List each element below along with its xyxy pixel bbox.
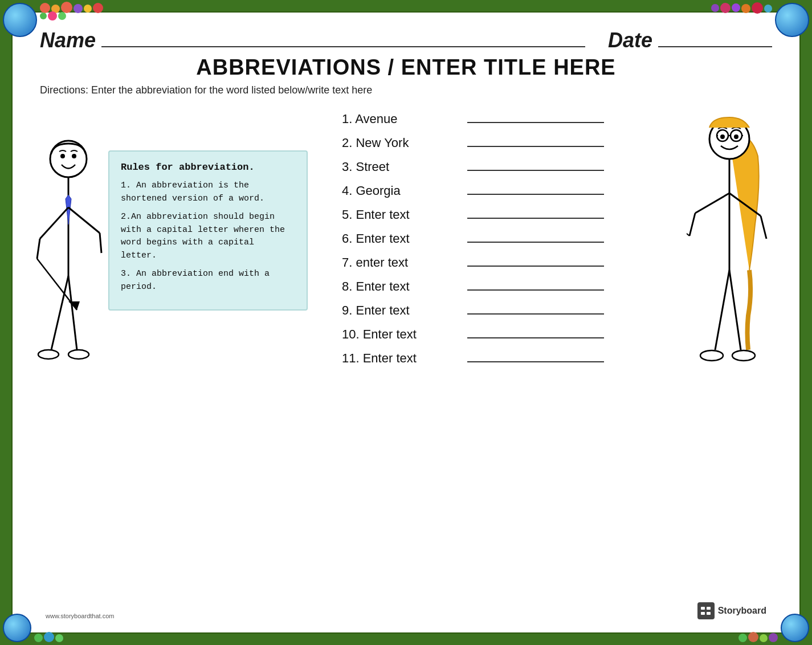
name-label: Name (40, 28, 96, 52)
answer-line (467, 302, 604, 315)
word-item: 1. Avenue (342, 111, 692, 126)
svg-line-8 (68, 207, 100, 233)
rules-title: Rules for abbreviation. (121, 162, 295, 173)
svg-line-27 (689, 213, 695, 236)
word-label: 5. Enter text (342, 207, 456, 222)
word-label: 4. Georgia (342, 183, 456, 198)
rule-2: 2.An abbreviation should begin with a ca… (121, 211, 295, 262)
footer-url: www.storyboardthat.com (46, 613, 114, 619)
svg-point-15 (68, 350, 89, 359)
word-item: 3. Street (342, 158, 692, 174)
word-label: 3. Street (342, 160, 456, 174)
word-item: 4. Georgia (342, 182, 692, 198)
word-label: 7. enter text (342, 255, 456, 270)
storyboard-icon (697, 602, 715, 619)
rule-3: 3. An abbreviation end with a period. (121, 268, 295, 293)
answer-line (467, 206, 604, 219)
word-label: 1. Avenue (342, 112, 456, 126)
rule-1: 1. An abbreviation is the shortened vers… (121, 179, 295, 205)
stick-figure-boy (34, 133, 103, 413)
word-item: 8. Enter text (342, 278, 692, 294)
stick-figure-girl (687, 111, 772, 407)
storyboard-text: Storyboard (718, 606, 766, 616)
svg-rect-38 (701, 612, 705, 615)
answer-line (467, 278, 604, 291)
answer-line (467, 230, 604, 243)
svg-line-7 (37, 239, 40, 259)
svg-marker-11 (68, 301, 80, 310)
svg-rect-39 (707, 612, 711, 615)
svg-point-1 (60, 154, 65, 158)
svg-point-14 (38, 350, 59, 359)
word-label: 2. New York (342, 136, 456, 150)
answer-line (467, 254, 604, 267)
svg-line-29 (761, 216, 766, 239)
name-line (101, 46, 585, 47)
svg-line-26 (695, 193, 729, 213)
answer-line (467, 326, 604, 338)
answer-line (467, 158, 604, 171)
svg-rect-36 (701, 607, 705, 610)
svg-point-22 (720, 134, 725, 139)
svg-line-6 (40, 207, 68, 239)
word-label: 9. Enter text (342, 303, 456, 318)
word-item: 10. Enter text (342, 326, 692, 342)
word-item: 7. enter text (342, 254, 692, 270)
svg-point-35 (732, 350, 755, 361)
svg-line-32 (715, 270, 729, 350)
word-item: 5. Enter text (342, 206, 692, 222)
word-label: 8. Enter text (342, 279, 456, 294)
word-label: 10. Enter text (342, 327, 456, 342)
svg-line-33 (729, 270, 741, 350)
word-item: 2. New York (342, 134, 692, 150)
word-item: 6. Enter text (342, 230, 692, 246)
svg-point-23 (734, 134, 738, 139)
directions-text: Directions: Enter the abbreviation for t… (40, 84, 772, 96)
date-label: Date (608, 28, 652, 52)
date-line (658, 46, 772, 47)
word-label: 6. Enter text (342, 231, 456, 246)
page-title: ABBREVIATIONS / ENTER TITLE HERE (34, 55, 778, 80)
word-item: 11. Enter text (342, 350, 692, 366)
word-item: 9. Enter text (342, 302, 692, 318)
answer-line (467, 134, 604, 147)
answer-line (467, 350, 604, 362)
svg-line-9 (100, 233, 101, 253)
storyboard-logo: Storyboard (697, 602, 766, 619)
svg-rect-37 (707, 607, 711, 610)
rules-box: Rules for abbreviation. 1. An abbreviati… (108, 150, 308, 311)
word-label: 11. Enter text (342, 351, 456, 366)
answer-line (467, 182, 604, 195)
svg-point-34 (700, 350, 723, 361)
svg-point-2 (72, 154, 76, 158)
svg-line-13 (68, 276, 77, 350)
answer-line (467, 111, 604, 123)
